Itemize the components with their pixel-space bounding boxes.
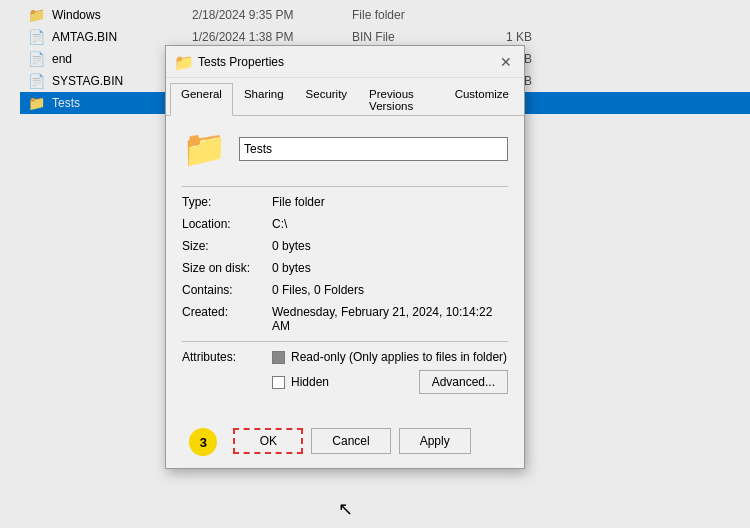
apply-button[interactable]: Apply	[399, 428, 471, 454]
dialog-footer: 3 OK Cancel Apply	[166, 420, 524, 468]
readonly-checkbox[interactable]	[272, 351, 285, 364]
dialog-titlebar-icon: 📁	[174, 53, 192, 71]
folder-icon-large: 📁	[182, 128, 227, 170]
prop-location-label: Location:	[182, 217, 272, 231]
prop-size-label: Size:	[182, 239, 272, 253]
attr-readonly-row: Read-only (Only applies to files in fold…	[272, 350, 508, 364]
prop-created-value: Wednesday, February 21, 2024, 10:14:22 A…	[272, 305, 508, 333]
prop-location-value: C:\	[272, 217, 287, 231]
attr-hidden-row: Hidden Advanced...	[272, 370, 508, 394]
prop-size: Size: 0 bytes	[182, 239, 508, 253]
prop-type-value: File folder	[272, 195, 325, 209]
dialog-tabs: General Sharing Security Previous Versio…	[166, 78, 524, 116]
step-indicator: 3	[189, 428, 217, 456]
tab-general[interactable]: General	[170, 83, 233, 116]
attributes-label: Attributes:	[182, 350, 272, 364]
prop-contains: Contains: 0 Files, 0 Folders	[182, 283, 508, 297]
attributes-section: Attributes: Read-only (Only applies to f…	[182, 350, 508, 400]
prop-type: Type: File folder	[182, 195, 508, 209]
tab-sharing[interactable]: Sharing	[233, 83, 295, 116]
tab-security[interactable]: Security	[295, 83, 359, 116]
cancel-button[interactable]: Cancel	[311, 428, 390, 454]
prop-size-on-disk-label: Size on disk:	[182, 261, 272, 275]
hidden-label: Hidden	[291, 375, 329, 389]
folder-header: 📁	[182, 128, 508, 170]
tab-previous-versions[interactable]: Previous Versions	[358, 83, 444, 116]
prop-size-on-disk-value: 0 bytes	[272, 261, 311, 275]
dialog-titlebar: 📁 Tests Properties ✕	[166, 46, 524, 78]
readonly-label: Read-only (Only applies to files in fold…	[291, 350, 507, 364]
dialog-title: Tests Properties	[198, 55, 496, 69]
advanced-button[interactable]: Advanced...	[419, 370, 508, 394]
divider-1	[182, 186, 508, 187]
prop-created-label: Created:	[182, 305, 272, 319]
prop-created: Created: Wednesday, February 21, 2024, 1…	[182, 305, 508, 333]
hidden-checkbox[interactable]	[272, 376, 285, 389]
folder-name-input[interactable]	[239, 137, 508, 161]
attributes-list: Read-only (Only applies to files in fold…	[272, 350, 508, 400]
prop-contains-label: Contains:	[182, 283, 272, 297]
prop-location: Location: C:\	[182, 217, 508, 231]
tab-customize[interactable]: Customize	[444, 83, 520, 116]
dialog-body: 📁 Type: File folder Location: C:\ Size: …	[166, 116, 524, 420]
properties-dialog: 📁 Tests Properties ✕ General Sharing Sec…	[165, 45, 525, 469]
dialog-close-button[interactable]: ✕	[496, 52, 516, 72]
divider-2	[182, 341, 508, 342]
prop-type-label: Type:	[182, 195, 272, 209]
prop-size-value: 0 bytes	[272, 239, 311, 253]
ok-button[interactable]: OK	[233, 428, 303, 454]
prop-contains-value: 0 Files, 0 Folders	[272, 283, 364, 297]
prop-size-on-disk: Size on disk: 0 bytes	[182, 261, 508, 275]
